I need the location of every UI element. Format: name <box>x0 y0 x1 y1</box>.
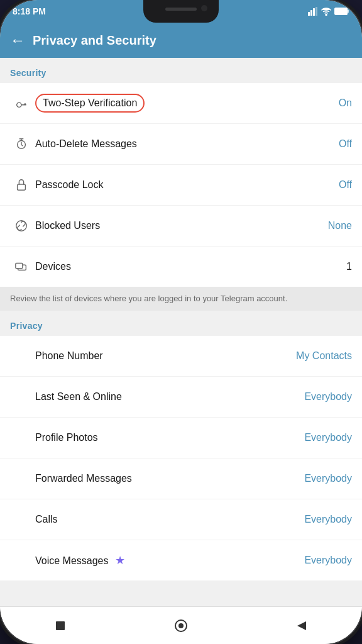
svg-rect-3 <box>315 7 317 16</box>
auto-delete-label: Auto-Delete Messages <box>35 138 339 150</box>
devices-value: 1 <box>346 261 352 272</box>
svg-point-15 <box>178 623 184 628</box>
two-step-label: Two-Step Verification <box>35 94 145 113</box>
voice-messages-value: Everybody <box>304 555 352 566</box>
battery-icon <box>334 7 349 16</box>
notch <box>143 0 219 23</box>
speaker <box>165 8 197 11</box>
status-icons <box>308 7 349 16</box>
calls-value: Everybody <box>304 514 352 525</box>
forwarded-messages-item[interactable]: Forwarded Messages Everybody <box>0 458 362 499</box>
auto-delete-value: Off <box>339 138 352 150</box>
svg-rect-6 <box>348 10 349 13</box>
block-icon <box>10 214 33 237</box>
passcode-value: Off <box>339 179 352 191</box>
forwarded-messages-label: Forwarded Messages <box>35 473 304 484</box>
forwarded-messages-value: Everybody <box>304 473 352 484</box>
svg-marker-16 <box>297 621 306 630</box>
privacy-group: Phone Number My Contacts Last Seen & Onl… <box>0 336 362 580</box>
profile-photos-label: Profile Photos <box>35 432 304 443</box>
devices-svg <box>14 260 28 274</box>
security-group: Two-Step Verification On <box>0 83 362 287</box>
phone-frame: 8:18 PM <box>0 0 362 644</box>
svg-rect-7 <box>336 9 339 14</box>
block-svg <box>14 219 28 233</box>
two-step-value: On <box>339 97 352 109</box>
svg-rect-12 <box>16 264 23 269</box>
blocked-users-value: None <box>328 220 352 231</box>
header-title: Privacy and Security <box>33 33 156 48</box>
voice-messages-item[interactable]: Voice Messages ★ Everybody <box>0 540 362 580</box>
calls-item[interactable]: Calls Everybody <box>0 499 362 540</box>
forward-icon <box>10 467 33 490</box>
wifi-icon <box>321 7 331 16</box>
front-camera <box>201 5 207 11</box>
svg-point-8 <box>17 103 21 107</box>
auto-delete-item[interactable]: Auto-Delete Messages Off <box>0 124 362 165</box>
bottom-navigation <box>0 606 362 644</box>
devices-item[interactable]: Devices 1 <box>0 247 362 287</box>
svg-rect-1 <box>310 10 312 16</box>
home-button[interactable] <box>168 613 194 638</box>
stop-icon <box>53 619 67 633</box>
devices-hint: Review the list of devices where you are… <box>0 287 362 311</box>
premium-star-icon: ★ <box>115 554 125 567</box>
passcode-label: Passcode Lock <box>35 179 339 191</box>
stop-button[interactable] <box>48 613 73 638</box>
voice-icon <box>10 549 33 572</box>
two-step-verification-item[interactable]: Two-Step Verification On <box>0 83 362 124</box>
phone-number-value: My Contacts <box>296 350 352 362</box>
home-circle-icon <box>174 619 188 633</box>
back-button[interactable]: ← <box>10 33 25 48</box>
svg-rect-2 <box>313 8 315 16</box>
phone-icon <box>10 345 33 367</box>
last-seen-item[interactable]: Last Seen & Online Everybody <box>0 377 362 418</box>
last-seen-value: Everybody <box>304 391 352 402</box>
svg-point-4 <box>326 14 327 16</box>
signal-icon <box>308 7 318 16</box>
devices-label: Devices <box>35 261 346 272</box>
timer-svg <box>14 137 28 151</box>
profile-photos-value: Everybody <box>304 432 352 443</box>
devices-icon <box>10 255 33 278</box>
back-triangle-icon <box>295 619 309 633</box>
calls-label: Calls <box>35 514 304 525</box>
phone-number-label: Phone Number <box>35 350 296 362</box>
voice-messages-label: Voice Messages ★ <box>35 553 304 567</box>
lock-icon <box>10 174 33 196</box>
blocked-users-label: Blocked Users <box>35 220 328 231</box>
key-svg <box>14 96 28 110</box>
last-seen-label: Last Seen & Online <box>35 391 304 402</box>
clock-icon <box>10 386 33 408</box>
blocked-users-item[interactable]: Blocked Users None <box>0 206 362 247</box>
back-button-nav[interactable] <box>289 613 314 638</box>
svg-rect-13 <box>56 621 65 630</box>
app-header: ← Privacy and Security <box>0 23 362 58</box>
privacy-section-header: Privacy <box>0 311 362 336</box>
lock-svg <box>14 178 28 192</box>
timer-icon <box>10 133 33 155</box>
profile-photos-item[interactable]: Profile Photos Everybody <box>0 418 362 458</box>
settings-content: Security Two-Step Verification <box>0 58 362 606</box>
phone-number-item[interactable]: Phone Number My Contacts <box>0 336 362 377</box>
photo-icon <box>10 426 33 449</box>
passcode-lock-item[interactable]: Passcode Lock Off <box>0 165 362 206</box>
calls-icon <box>10 508 33 531</box>
svg-rect-0 <box>308 12 310 16</box>
svg-rect-10 <box>18 184 26 190</box>
security-section-header: Security <box>0 58 362 83</box>
status-time: 8:18 PM <box>13 6 46 16</box>
phone-screen: 8:18 PM <box>0 0 362 644</box>
key-icon <box>10 92 33 114</box>
